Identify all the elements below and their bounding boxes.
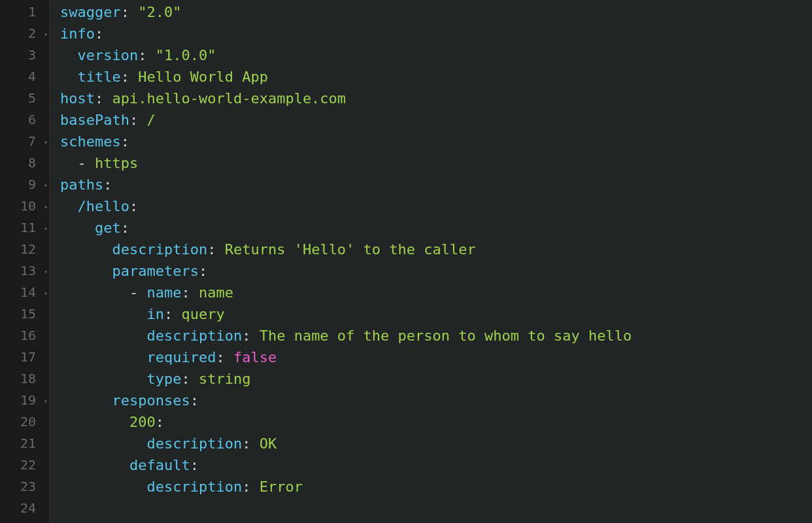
token-key: responses	[112, 392, 190, 409]
token-key: get	[95, 220, 121, 236]
fold-icon[interactable]: ▾	[44, 260, 48, 282]
token-sp	[60, 220, 95, 236]
code-line[interactable]: description: Error	[60, 476, 812, 498]
token-key: schemes	[60, 133, 121, 150]
token-sp	[60, 349, 146, 365]
token-punct: :	[242, 479, 260, 495]
token-key: parameters	[112, 263, 198, 279]
code-line[interactable]: required: false	[60, 346, 812, 368]
token-sp	[60, 457, 129, 473]
line-number: 17	[0, 346, 49, 368]
code-editor[interactable]: swagger: "2.0"info: version: "1.0.0" tit…	[50, 0, 812, 523]
code-line[interactable]: parameters:	[60, 260, 812, 282]
token-string: string	[199, 371, 250, 387]
code-line[interactable]: paths:	[60, 174, 812, 195]
code-line[interactable]	[60, 498, 812, 519]
token-punct: :	[121, 4, 139, 20]
code-line[interactable]: schemes:	[60, 131, 812, 152]
code-line[interactable]: description: OK	[60, 433, 812, 454]
token-string: query	[181, 306, 224, 322]
token-key: in	[146, 306, 164, 322]
token-string: Error	[260, 479, 303, 495]
fold-icon[interactable]: ▾	[44, 217, 48, 239]
line-number: 10▾	[0, 195, 49, 217]
line-number: 5	[0, 88, 49, 109]
line-number: 19▾	[0, 390, 49, 411]
token-sp	[60, 414, 129, 430]
token-sp	[60, 155, 78, 171]
token-key: type	[146, 371, 181, 387]
token-key: swagger	[60, 4, 121, 20]
token-dash: -	[78, 155, 95, 171]
token-key: host	[60, 90, 95, 107]
token-string: /	[146, 112, 155, 128]
token-sp	[60, 306, 146, 322]
code-line[interactable]: in: query	[60, 303, 812, 325]
line-number: 22	[0, 454, 49, 476]
token-sp	[60, 435, 146, 452]
token-sp	[60, 284, 129, 301]
code-line[interactable]: info:	[60, 23, 812, 44]
code-line[interactable]: - https	[60, 152, 812, 174]
token-sp	[60, 392, 112, 409]
fold-icon[interactable]: ▾	[44, 174, 48, 195]
line-number: 21	[0, 433, 49, 454]
token-punct: :	[138, 47, 156, 63]
token-punct: :	[190, 457, 199, 473]
token-string: "1.0.0"	[156, 47, 216, 63]
token-punct: :	[190, 392, 199, 409]
line-number: 13▾	[0, 260, 49, 282]
fold-icon[interactable]: ▾	[44, 23, 48, 44]
token-punct: :	[164, 306, 182, 322]
token-sp	[60, 263, 112, 279]
token-punct: :	[103, 177, 112, 193]
code-line[interactable]: default:	[60, 454, 812, 476]
code-line[interactable]: basePath: /	[60, 109, 812, 131]
code-line[interactable]: - name: name	[60, 282, 812, 303]
token-punct: :	[95, 90, 112, 107]
line-number: 24	[0, 498, 49, 519]
token-key: default	[129, 457, 190, 473]
code-line[interactable]: get:	[60, 217, 812, 239]
token-key: description	[146, 479, 242, 495]
line-number: 11▾	[0, 217, 49, 239]
token-key: version	[78, 47, 139, 63]
token-sp	[60, 479, 146, 495]
code-line[interactable]: title: Hello World App	[60, 66, 812, 88]
code-line[interactable]: swagger: "2.0"	[60, 1, 812, 23]
token-punct: :	[216, 349, 233, 365]
token-punct: :	[129, 112, 147, 128]
fold-icon[interactable]: ▾	[44, 390, 48, 411]
token-sp	[60, 47, 78, 63]
code-line[interactable]: type: string	[60, 368, 812, 390]
code-line[interactable]: version: "1.0.0"	[60, 44, 812, 66]
line-number: 9▾	[0, 174, 49, 195]
token-punct: :	[121, 69, 139, 85]
line-number: 3	[0, 44, 49, 66]
line-number: 12	[0, 239, 49, 260]
line-number: 7▾	[0, 131, 49, 152]
fold-icon[interactable]: ▾	[44, 195, 48, 217]
token-punct: :	[207, 241, 225, 258]
token-punct: :	[181, 284, 199, 301]
fold-icon[interactable]: ▾	[44, 131, 48, 152]
token-dash: -	[129, 284, 147, 301]
code-line[interactable]: description: Returns 'Hello' to the call…	[60, 239, 812, 260]
code-line[interactable]: host: api.hello-world-example.com	[60, 88, 812, 109]
token-string: Hello World App	[138, 69, 268, 85]
line-number: 20	[0, 411, 49, 433]
line-number: 8	[0, 152, 49, 174]
code-line[interactable]: /hello:	[60, 195, 812, 217]
token-punct: :	[199, 263, 207, 279]
fold-icon[interactable]: ▾	[44, 282, 48, 303]
code-line[interactable]: responses:	[60, 390, 812, 411]
code-line[interactable]: 200:	[60, 411, 812, 433]
gutter: 12▾34567▾89▾10▾11▾1213▾14▾1516171819▾202…	[0, 0, 50, 523]
token-sp	[60, 198, 78, 214]
line-number: 16	[0, 325, 49, 346]
token-sp	[60, 328, 146, 344]
line-number: 1	[0, 1, 49, 23]
token-punct: :	[129, 198, 138, 214]
code-line[interactable]: description: The name of the person to w…	[60, 325, 812, 346]
token-key: name	[146, 284, 181, 301]
